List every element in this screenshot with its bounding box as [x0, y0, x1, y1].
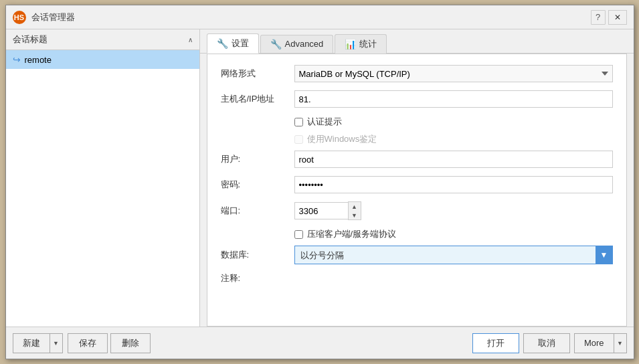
- open-button[interactable]: 打开: [472, 333, 519, 353]
- footer-right-buttons: 打开 取消 More ▼: [472, 333, 627, 353]
- port-control: ▲ ▼: [294, 201, 613, 220]
- sessions-header: 会话标题 ∧: [6, 29, 199, 50]
- more-button[interactable]: More: [574, 333, 614, 353]
- tabs-bar: 🔧 设置 🔧 Advanced 📊 统计: [200, 29, 634, 54]
- list-item[interactable]: ↪ remote: [6, 50, 199, 69]
- user-label: 用户:: [221, 153, 294, 165]
- tab-advanced[interactable]: 🔧 Advanced: [260, 35, 334, 53]
- db-select[interactable]: 以分号分隔: [294, 246, 613, 264]
- host-control: [294, 90, 613, 108]
- new-dropdown-button[interactable]: ▼: [50, 333, 63, 353]
- windows-auth-label: 使用Windows鉴定: [307, 133, 377, 145]
- db-dropdown-button[interactable]: ▼: [596, 246, 613, 264]
- window-controls: ? ✕: [591, 10, 627, 25]
- host-label: 主机名/IP地址: [221, 93, 294, 105]
- tab-settings[interactable]: 🔧 设置: [207, 33, 259, 54]
- compress-row: 压缩客户端/服务端协议: [221, 228, 613, 240]
- more-dropdown-button[interactable]: ▼: [614, 333, 627, 353]
- sessions-list: ↪ remote: [6, 50, 199, 327]
- close-button[interactable]: ✕: [608, 10, 627, 25]
- port-down-button[interactable]: ▼: [349, 211, 361, 219]
- user-row: 用户:: [221, 151, 613, 168]
- comment-label: 注释:: [221, 272, 294, 284]
- settings-tab-icon: 🔧: [217, 38, 228, 49]
- advanced-tab-icon: 🔧: [270, 39, 282, 50]
- port-row: 端口: ▲ ▼: [221, 201, 613, 220]
- network-type-row: 网络形式 MariaDB or MySQL (TCP/IP) MySQL (SS…: [221, 65, 613, 82]
- password-control: [294, 176, 613, 193]
- footer-left-buttons: 新建 ▼ 保存 删除: [13, 333, 151, 353]
- network-type-control: MariaDB or MySQL (TCP/IP) MySQL (SSH Tun…: [294, 65, 613, 82]
- form-content: 网络形式 MariaDB or MySQL (TCP/IP) MySQL (SS…: [207, 54, 627, 327]
- more-button-split: More ▼: [574, 333, 627, 353]
- port-input[interactable]: [294, 202, 348, 219]
- host-input[interactable]: [294, 90, 613, 108]
- advanced-tab-label: Advanced: [285, 39, 324, 49]
- footer: 新建 ▼ 保存 删除 打开 取消 More ▼: [6, 327, 634, 359]
- left-panel: 会话标题 ∧ ↪ remote: [6, 29, 200, 327]
- dialog-title: 会话管理器: [31, 11, 591, 23]
- host-row: 主机名/IP地址: [221, 90, 613, 108]
- compress-checkbox[interactable]: [294, 230, 303, 239]
- title-bar: HS 会话管理器 ? ✕: [6, 5, 634, 29]
- session-icon: ↪: [13, 54, 21, 65]
- user-control: [294, 151, 613, 168]
- tab-stats[interactable]: 📊 统计: [335, 34, 387, 54]
- port-label: 端口:: [221, 205, 294, 217]
- port-spinner: ▲ ▼: [348, 201, 361, 220]
- stats-tab-icon: 📊: [345, 39, 356, 50]
- stats-tab-label: 统计: [359, 38, 377, 50]
- db-control: 以分号分隔 ▼: [294, 246, 613, 264]
- port-up-button[interactable]: ▲: [349, 202, 361, 211]
- app-icon: HS: [13, 11, 26, 24]
- auth-checkbox-label: 认证提示: [307, 116, 342, 128]
- auth-checkbox[interactable]: [294, 118, 303, 126]
- auth-checkbox-row: 认证提示: [221, 116, 613, 128]
- windows-auth-row: 使用Windows鉴定: [221, 133, 613, 145]
- cancel-button[interactable]: 取消: [523, 333, 570, 353]
- save-button[interactable]: 保存: [68, 333, 108, 353]
- network-type-select[interactable]: MariaDB or MySQL (TCP/IP) MySQL (SSH Tun…: [294, 65, 613, 82]
- db-row: 数据库: 以分号分隔 ▼: [221, 246, 613, 264]
- network-type-label: 网络形式: [221, 68, 294, 80]
- windows-auth-checkbox: [294, 135, 303, 144]
- session-label: remote: [25, 55, 52, 65]
- delete-button[interactable]: 删除: [110, 333, 151, 353]
- db-select-wrap: 以分号分隔 ▼: [294, 246, 613, 264]
- comment-row: 注释:: [221, 272, 613, 284]
- body: 会话标题 ∧ ↪ remote 🔧 设置 🔧 Advanced: [6, 29, 634, 327]
- password-row: 密码:: [221, 176, 613, 193]
- compress-label: 压缩客户端/服务端协议: [307, 228, 397, 240]
- port-wrap: ▲ ▼: [294, 201, 613, 220]
- password-label: 密码:: [221, 179, 294, 191]
- user-input[interactable]: [294, 151, 613, 168]
- right-panel: 🔧 设置 🔧 Advanced 📊 统计 网络形式: [200, 29, 634, 327]
- password-input[interactable]: [294, 176, 613, 193]
- new-button[interactable]: 新建: [13, 333, 50, 353]
- sort-icon[interactable]: ∧: [188, 36, 193, 43]
- db-label: 数据库:: [221, 249, 294, 261]
- help-button[interactable]: ?: [591, 10, 606, 25]
- sessions-header-label: 会话标题: [13, 33, 48, 46]
- settings-tab-label: 设置: [232, 37, 249, 50]
- dialog: HS 会话管理器 ? ✕ 会话标题 ∧ ↪ remote: [5, 5, 634, 359]
- new-button-split: 新建 ▼: [13, 333, 63, 353]
